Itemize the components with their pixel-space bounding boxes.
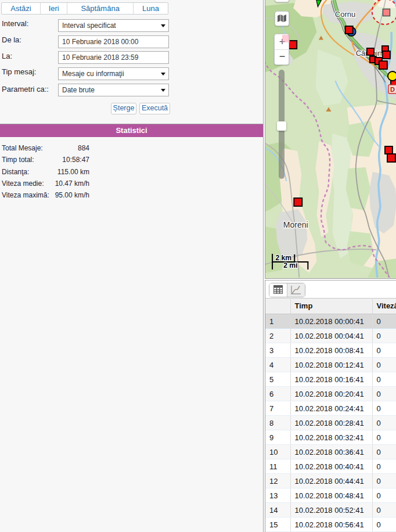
svg-text:Cornu: Cornu	[335, 10, 356, 19]
svg-text:Moreni: Moreni	[283, 220, 308, 229]
svg-text:2 km: 2 km	[275, 254, 291, 262]
svg-text:D: D	[390, 86, 395, 93]
svg-text:2 mi: 2 mi	[283, 261, 297, 269]
